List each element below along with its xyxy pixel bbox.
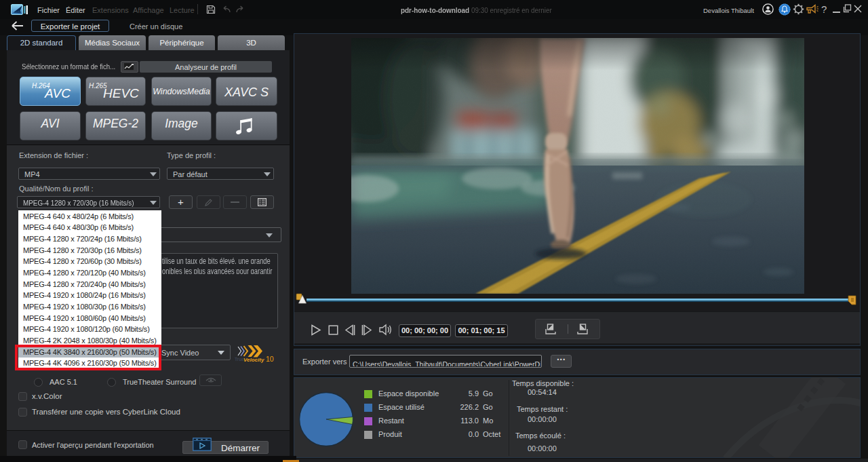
svg-text:Velocity: Velocity <box>243 357 264 363</box>
svg-text:True: True <box>235 357 244 362</box>
svg-text:10: 10 <box>266 355 274 363</box>
